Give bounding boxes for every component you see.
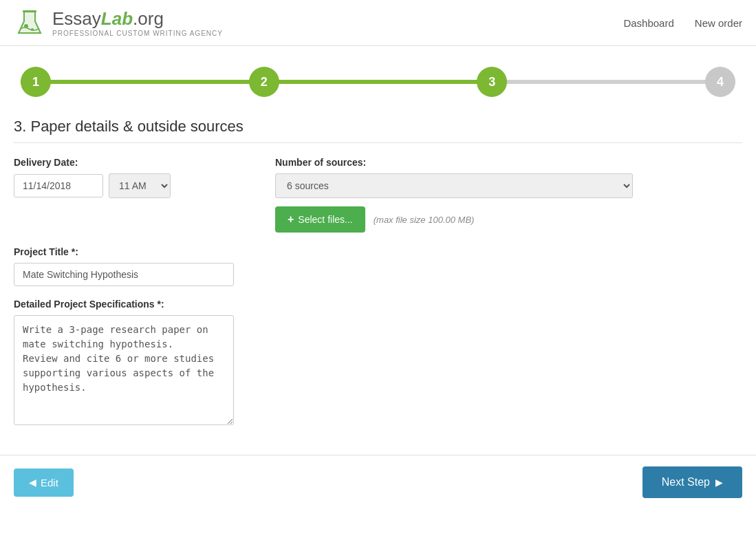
sources-col: Number of sources: 1 source 2 sources 3 … xyxy=(275,157,742,233)
file-row: + Select files... (max file size 100.00 … xyxy=(275,206,742,233)
sources-label: Number of sources: xyxy=(275,157,742,168)
project-title-label: Project Title *: xyxy=(14,246,742,257)
logo-org: .org xyxy=(133,8,164,29)
main-content: 1 2 3 4 3. Paper details & outside sourc… xyxy=(0,46,756,441)
edit-button[interactable]: ◀ Edit xyxy=(14,469,74,497)
delivery-date-col: Delivery Date: 11 AM 12 PM 1 PM xyxy=(14,157,248,233)
new-order-link[interactable]: New order xyxy=(695,17,742,29)
step-4-circle: 4 xyxy=(705,67,735,97)
section-title: 3. Paper details & outside sources xyxy=(14,118,742,143)
nav-links: Dashboard New order xyxy=(623,17,742,29)
logo-text: EssayLab.org PROFESSIONAL CUSTOM WRITING… xyxy=(52,8,223,37)
edit-label: Edit xyxy=(41,477,58,488)
logo-essay: Essay xyxy=(52,8,101,29)
chevron-right-icon: ▶ xyxy=(715,477,723,488)
time-select[interactable]: 11 AM 12 PM 1 PM xyxy=(109,173,171,198)
svg-point-3 xyxy=(31,28,34,31)
select-files-label: Select files... xyxy=(298,214,352,225)
svg-point-2 xyxy=(24,24,28,28)
date-row: 11 AM 12 PM 1 PM xyxy=(14,173,248,198)
logo-subtitle: PROFESSIONAL CUSTOM WRITING AGENCY xyxy=(52,30,223,37)
specs-label: Detailed Project Specifications *: xyxy=(14,299,742,310)
logo-lab: Lab xyxy=(101,8,133,29)
step-2-circle: 2 xyxy=(249,67,279,97)
plus-icon: + xyxy=(288,213,294,226)
sources-select[interactable]: 1 source 2 sources 3 sources 4 sources 5… xyxy=(275,173,633,198)
step-3-circle: 3 xyxy=(477,67,507,97)
bottom-bar: ◀ Edit Next Step ▶ xyxy=(0,455,756,509)
file-size-note: (max file size 100.00 MB) xyxy=(374,215,475,225)
logo-area: EssayLab.org PROFESSIONAL CUSTOM WRITING… xyxy=(14,7,223,39)
flask-icon xyxy=(14,7,45,39)
select-files-button[interactable]: + Select files... xyxy=(275,206,365,233)
chevron-left-icon: ◀ xyxy=(29,477,36,488)
next-step-button[interactable]: Next Step ▶ xyxy=(642,466,742,498)
project-title-input[interactable] xyxy=(14,263,234,286)
step-1-circle: 1 xyxy=(21,67,51,97)
svg-rect-1 xyxy=(23,10,36,12)
delivery-date-input[interactable] xyxy=(14,174,103,197)
delivery-date-label: Delivery Date: xyxy=(14,157,248,168)
project-title-section: Project Title *: xyxy=(14,246,742,286)
specs-textarea[interactable]: Write a 3-page research paper on mate sw… xyxy=(14,315,234,425)
dashboard-link[interactable]: Dashboard xyxy=(623,17,673,29)
progress-bar: 1 2 3 4 xyxy=(14,67,742,97)
next-step-label: Next Step xyxy=(662,476,710,488)
specs-section: Detailed Project Specifications *: Write… xyxy=(14,299,742,427)
form-row-1: Delivery Date: 11 AM 12 PM 1 PM Number o… xyxy=(14,157,742,233)
logo-title: EssayLab.org xyxy=(52,8,223,30)
header: EssayLab.org PROFESSIONAL CUSTOM WRITING… xyxy=(0,0,756,46)
